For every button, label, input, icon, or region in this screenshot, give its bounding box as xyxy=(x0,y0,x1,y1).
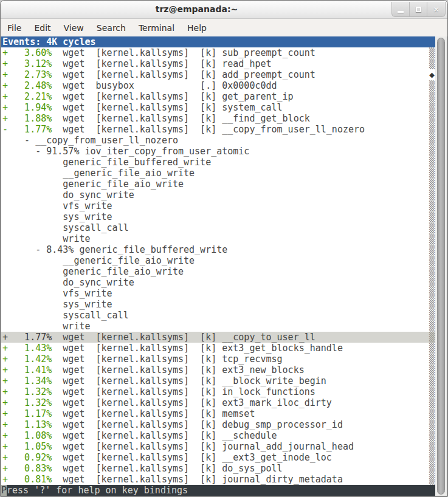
perf-row[interactable]: generic_file_aio_write▒ xyxy=(1,179,436,190)
perf-row[interactable]: sys_write▒ xyxy=(1,299,436,310)
menu-item-help[interactable]: Help xyxy=(181,21,213,35)
menu-item-search[interactable]: Search xyxy=(91,21,132,35)
maximize-icon xyxy=(416,7,421,12)
row-text: vfs_write xyxy=(2,288,112,299)
menu-item-edit[interactable]: Edit xyxy=(28,21,57,35)
perf-row[interactable]: sys_write▒ xyxy=(1,211,436,222)
perf-row[interactable]: + 0.83% wget [kernel.kallsyms] [k] do_sy… xyxy=(1,463,436,474)
scroll-shade-icon: ▒ xyxy=(429,255,435,266)
perf-row[interactable]: + 3.12% wget [kernel.kallsyms] [k] read_… xyxy=(1,58,436,69)
perf-row[interactable]: + 1.32% wget [kernel.kallsyms] [k] in_lo… xyxy=(1,386,436,397)
row-text: wget [kernel.kallsyms] [k] read_hpet xyxy=(52,58,271,69)
scroll-shade-icon: ▒ xyxy=(429,288,435,299)
perf-events-header: Events: 4K cycles xyxy=(1,36,436,47)
perf-row[interactable]: + 1.94% wget [kernel.kallsyms] [k] syste… xyxy=(1,102,436,113)
perf-row[interactable]: - 8.43% generic_file_buffered_write▒ xyxy=(1,244,436,255)
perf-row[interactable]: + 1.88% wget [kernel.kallsyms] [k] __fin… xyxy=(1,113,436,124)
scroll-shade-icon: ▒ xyxy=(429,58,435,69)
scrollbar-track[interactable] xyxy=(435,36,447,496)
perf-row[interactable]: + 1.17% wget [kernel.kallsyms] [k] memse… xyxy=(1,408,436,419)
perf-row[interactable]: generic_file_buffered_write▒ xyxy=(1,157,436,168)
perf-row[interactable]: write▒ xyxy=(1,233,436,244)
scrollbar-thumb[interactable] xyxy=(437,38,445,495)
perf-row[interactable]: + 1.08% wget [kernel.kallsyms] [k] __sch… xyxy=(1,430,436,441)
minimize-icon xyxy=(398,11,404,13)
perf-row[interactable]: + 1.42% wget [kernel.kallsyms] [k] tcp_r… xyxy=(1,354,436,365)
row-text: __generic_file_aio_write xyxy=(2,168,195,179)
scroll-shade-icon: ▒ xyxy=(429,146,435,157)
perf-row[interactable]: + 1.41% wget [kernel.kallsyms] [k] ext3_… xyxy=(1,365,436,375)
perf-row[interactable]: + 1.34% wget [kernel.kallsyms] [k] __blo… xyxy=(1,375,436,386)
scroll-shade-icon: ▒ xyxy=(429,452,435,463)
row-expand-and-percent: + 2.73% xyxy=(2,69,52,80)
close-button[interactable]: ✕ xyxy=(427,2,445,17)
row-text: write xyxy=(2,233,91,244)
perf-row[interactable]: generic_file_aio_write▒ xyxy=(1,266,436,277)
title-bar[interactable]: trz@empanada:~ ✕ xyxy=(1,1,447,19)
perf-row-selected[interactable]: + 1.77% wget [kernel.kallsyms] [k] __cop… xyxy=(1,332,436,343)
row-text: wget [kernel.kallsyms] [k] memset xyxy=(52,408,255,419)
perf-row[interactable]: __generic_file_aio_write▒ xyxy=(1,255,436,266)
row-text: wget [kernel.kallsyms] [k] journal_dirty… xyxy=(52,474,343,485)
row-text: wget [kernel.kallsyms] [k] tcp_recvmsg xyxy=(52,354,282,365)
row-text: syscall_call xyxy=(2,222,129,233)
row-text: wget [kernel.kallsyms] [k] sub_preempt_c… xyxy=(52,47,315,58)
perf-row[interactable]: syscall_call▒ xyxy=(1,310,436,321)
perf-row[interactable]: + 1.13% wget [kernel.kallsyms] [k] debug… xyxy=(1,419,436,430)
row-text: - __copy_from_user_ll_nozero xyxy=(2,135,178,146)
row-expand-and-percent: + 1.88% xyxy=(2,113,52,124)
terminal-window: trz@empanada:~ ✕ File Edit View Search T… xyxy=(0,0,448,497)
perf-row[interactable]: - __copy_from_user_ll_nozero▒ xyxy=(1,135,436,146)
perf-row[interactable]: + 1.43% wget [kernel.kallsyms] [k] ext3_… xyxy=(1,343,436,354)
scroll-shade-icon: ▒ xyxy=(429,157,435,168)
maximize-button[interactable] xyxy=(410,2,427,17)
row-text: syscall_call xyxy=(2,310,129,321)
perf-row[interactable]: + 2.21% wget [kernel.kallsyms] [k] get_p… xyxy=(1,91,436,102)
scroll-shade-icon: ▒ xyxy=(429,343,435,354)
perf-row[interactable]: - 1.77% wget [kernel.kallsyms] [k] __cop… xyxy=(1,124,436,135)
perf-row[interactable]: __generic_file_aio_write▒ xyxy=(1,168,436,179)
menu-item-view[interactable]: View xyxy=(58,21,90,35)
perf-row[interactable]: + 0.81% wget [kernel.kallsyms] [k] journ… xyxy=(1,474,436,485)
perf-row[interactable]: syscall_call▒ xyxy=(1,222,436,233)
perf-row[interactable]: vfs_write▒ xyxy=(1,201,436,211)
row-text: generic_file_buffered_write xyxy=(2,157,211,168)
terminal-content[interactable]: Events: 4K cycles + 3.60% wget [kernel.k… xyxy=(1,36,436,496)
perf-row[interactable]: + 0.92% wget [kernel.kallsyms] [k] __ext… xyxy=(1,452,436,463)
perf-row[interactable]: + 2.48% wget busybox [.] 0x0000c0dd▒ xyxy=(1,80,436,91)
row-text: wget [kernel.kallsyms] [k] ext3_mark_ilo… xyxy=(52,397,332,408)
row-expand-and-percent: + 1.05% xyxy=(2,441,52,452)
row-expand-and-percent: + 1.17% xyxy=(2,408,52,419)
row-expand-and-percent: + 0.83% xyxy=(2,463,52,474)
terminal-cursor: P xyxy=(1,485,7,496)
perf-row[interactable]: vfs_write▒ xyxy=(1,288,436,299)
row-text: wget [kernel.kallsyms] [k] __copy_from_u… xyxy=(52,124,365,135)
row-text: do_sync_write xyxy=(2,190,134,201)
row-text: sys_write xyxy=(2,211,112,222)
scroll-shade-icon: ▒ xyxy=(429,474,435,485)
row-expand-and-percent: + 1.32% xyxy=(2,386,52,397)
perf-row[interactable]: + 1.05% wget [kernel.kallsyms] [k] journ… xyxy=(1,441,436,452)
perf-row[interactable]: + 3.60% wget [kernel.kallsyms] [k] sub_p… xyxy=(1,47,436,58)
row-expand-and-percent: + 3.60% xyxy=(2,47,52,58)
menu-item-terminal[interactable]: Terminal xyxy=(133,21,181,35)
row-text: generic_file_aio_write xyxy=(2,266,184,277)
close-icon: ✕ xyxy=(433,5,439,14)
row-text: do_sync_write xyxy=(2,277,134,288)
perf-row[interactable]: do_sync_write▒ xyxy=(1,277,436,288)
perf-row[interactable]: write▒ xyxy=(1,321,436,332)
window-controls: ✕ xyxy=(391,2,446,17)
perf-row[interactable]: + 2.73% wget [kernel.kallsyms] [k] add_p… xyxy=(1,69,436,80)
row-expand-and-percent: + 1.42% xyxy=(2,354,52,365)
row-text: wget [kernel.kallsyms] [k] journal_add_j… xyxy=(52,441,354,452)
row-expand-and-percent: + 3.12% xyxy=(2,58,52,69)
perf-row[interactable]: + 1.32% wget [kernel.kallsyms] [k] ext3_… xyxy=(1,397,436,408)
perf-row[interactable]: - 91.57% iov_iter_copy_from_user_atomic▒ xyxy=(1,146,436,157)
menu-item-file[interactable]: File xyxy=(1,21,27,35)
scroll-shade-icon: ▒ xyxy=(429,113,435,124)
minimize-button[interactable] xyxy=(392,2,410,17)
scroll-shade-icon: ▒ xyxy=(429,124,435,135)
perf-row[interactable]: do_sync_write▒ xyxy=(1,190,436,201)
scroll-shade-icon: ▒ xyxy=(429,80,435,91)
row-text: wget busybox [.] 0x0000c0dd xyxy=(52,80,277,91)
